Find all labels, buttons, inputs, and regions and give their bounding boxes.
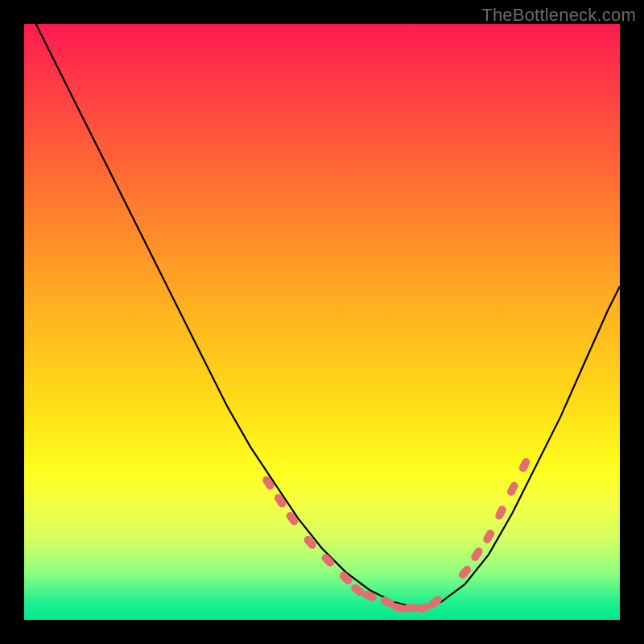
marker-dot xyxy=(518,456,531,473)
chart-frame: TheBottleneck.com xyxy=(0,0,644,644)
plot-area xyxy=(24,24,620,620)
chart-svg xyxy=(24,24,620,620)
marker-dot xyxy=(481,528,496,545)
marker-dot xyxy=(493,505,507,522)
curve-line xyxy=(36,24,620,608)
marker-dot xyxy=(303,535,318,551)
marker-dot xyxy=(469,546,484,563)
marker-dot xyxy=(320,552,336,568)
marker-dot xyxy=(506,481,519,497)
marker-dot xyxy=(338,570,354,586)
marker-group xyxy=(261,456,531,613)
watermark-text: TheBottleneck.com xyxy=(481,5,636,26)
